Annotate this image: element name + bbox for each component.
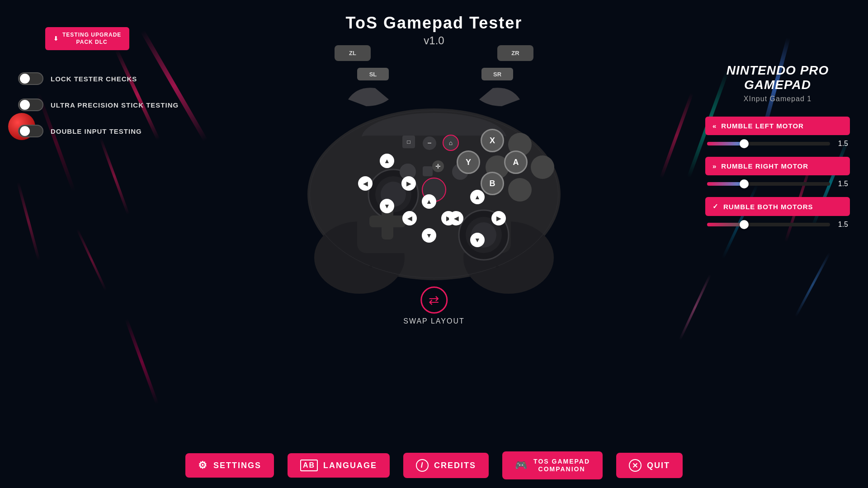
swap-icon: ⇄ — [420, 286, 448, 314]
quit-label: Quit — [647, 461, 670, 470]
rumble-left-icon: « — [712, 122, 717, 130]
settings-icon: ⚙ — [198, 460, 208, 471]
header: ToS Gamepad Tester v1.0 — [346, 14, 523, 47]
lock-tester-label: Lock Tester Checks — [51, 75, 137, 83]
rumble-right-fill — [707, 182, 744, 186]
svg-point-19 — [508, 178, 532, 202]
rumble-left-value: 1.5 — [835, 140, 848, 148]
rumble-left-section: « Rumble Left Motor 1.5 — [705, 117, 850, 148]
rstick-left[interactable]: ◀ — [449, 211, 463, 225]
rumble-right-icon: » — [712, 162, 717, 170]
rstick-down[interactable]: ▼ — [470, 233, 485, 247]
rumble-both-fill — [707, 223, 744, 226]
rumble-left-label: Rumble Left Motor — [721, 122, 804, 130]
lock-tester-toggle[interactable] — [18, 72, 43, 85]
rumble-right-button[interactable]: » Rumble Right Motor — [705, 157, 850, 175]
dpad-left[interactable]: ◀ — [402, 211, 417, 225]
button-zl[interactable]: ZL — [335, 45, 371, 61]
button-screenshot[interactable]: □ — [402, 136, 415, 148]
credits-button[interactable]: i Credits — [403, 453, 489, 478]
controller-visual: ZL ZR SL SR ▲ ▼ ◀ ▶ ▲ ▼ ◀ ▶ ▲ ▼ ◀ ▶ X A … — [289, 45, 579, 298]
toggle-ultra-precision: Ultra Precision Stick Testing — [18, 99, 179, 111]
tos-companion-label: ToS GamepadCompanion — [533, 458, 590, 473]
controller-name-title: Nintendo ProGamepad — [705, 63, 850, 92]
swap-layout-button[interactable]: ⇄ Swap Layout — [403, 286, 465, 325]
dpad-up[interactable]: ▲ — [422, 194, 436, 209]
rstick-right[interactable]: ▶ — [491, 211, 506, 225]
button-sl[interactable]: SL — [357, 68, 389, 80]
rumble-both-label: Rumble Both Motors — [723, 203, 813, 211]
controller-svg — [289, 63, 579, 298]
button-zr[interactable]: ZR — [497, 45, 533, 61]
quit-button[interactable]: ✕ Quit — [616, 453, 683, 478]
settings-label: Settings — [213, 461, 261, 470]
rumble-both-track[interactable] — [707, 223, 830, 226]
button-b[interactable]: B — [481, 172, 504, 195]
button-minus[interactable]: − — [423, 136, 436, 150]
double-input-toggle[interactable] — [18, 125, 43, 137]
rumble-right-track[interactable] — [707, 182, 830, 186]
button-y[interactable]: Y — [457, 150, 480, 174]
rumble-both-slider-row: 1.5 — [705, 221, 850, 229]
rumble-both-button[interactable]: ✓ Rumble Both Motors — [705, 197, 850, 216]
rumble-right-label: Rumble Right Motor — [721, 162, 808, 170]
rumble-both-icon: ✓ — [712, 202, 719, 211]
rumble-left-fill — [707, 142, 744, 145]
language-label: Language — [323, 461, 377, 470]
quit-icon: ✕ — [629, 459, 642, 472]
upgrade-button-label: TESTING UPGRADEPACK DLC — [62, 32, 121, 46]
rumble-right-value: 1.5 — [835, 180, 848, 188]
credits-label: Credits — [434, 461, 476, 470]
controller-name-sub: XInput Gamepad 1 — [705, 95, 850, 103]
download-icon: ⬇ — [53, 35, 59, 42]
lstick-down[interactable]: ▼ — [380, 199, 394, 213]
dpad-down[interactable]: ▼ — [422, 228, 436, 243]
credits-icon: i — [416, 459, 429, 472]
lstick-left[interactable]: ◀ — [358, 176, 373, 191]
double-input-label: Double Input Testing — [51, 127, 142, 135]
svg-point-22 — [369, 265, 372, 268]
svg-rect-13 — [369, 216, 406, 227]
language-button[interactable]: AB Language — [288, 453, 390, 478]
rumble-right-slider-row: 1.5 — [705, 180, 850, 188]
button-home[interactable]: ⌂ — [443, 135, 459, 151]
left-panel: Lock Tester Checks Ultra Precision Stick… — [18, 72, 179, 137]
tos-companion-button[interactable]: 🎮 ToS GamepadCompanion — [502, 451, 603, 479]
ultra-precision-toggle[interactable] — [18, 99, 43, 111]
svg-point-23 — [496, 265, 499, 268]
rumble-left-button[interactable]: « Rumble Left Motor — [705, 117, 850, 135]
swap-label: Swap Layout — [403, 317, 465, 325]
tos-companion-icon: 🎮 — [515, 460, 528, 471]
ultra-precision-label: Ultra Precision Stick Testing — [51, 101, 179, 109]
settings-button[interactable]: ⚙ Settings — [185, 453, 274, 478]
rumble-both-section: ✓ Rumble Both Motors 1.5 — [705, 197, 850, 229]
right-panel: Nintendo ProGamepad XInput Gamepad 1 « R… — [705, 63, 850, 238]
toggle-lock-tester: Lock Tester Checks — [18, 72, 179, 85]
upgrade-button[interactable]: ⬇ TESTING UPGRADEPACK DLC — [45, 27, 129, 50]
button-sr[interactable]: SR — [481, 68, 513, 80]
controller-name-section: Nintendo ProGamepad XInput Gamepad 1 — [705, 63, 850, 103]
lstick-up[interactable]: ▲ — [380, 154, 394, 168]
rumble-left-thumb[interactable] — [740, 139, 749, 148]
rumble-left-slider-row: 1.5 — [705, 140, 850, 148]
rumble-left-track[interactable] — [707, 142, 830, 145]
rumble-right-section: » Rumble Right Motor 1.5 — [705, 157, 850, 188]
app-title: ToS Gamepad Tester — [346, 14, 523, 33]
svg-point-21 — [531, 155, 554, 179]
rumble-right-thumb[interactable] — [740, 179, 749, 188]
rstick-up[interactable]: ▲ — [470, 190, 485, 204]
svg-rect-16 — [423, 166, 433, 176]
button-a[interactable]: A — [504, 150, 528, 174]
toggle-double-input: Double Input Testing — [18, 125, 179, 137]
button-x[interactable]: X — [481, 129, 504, 152]
lstick-right[interactable]: ▶ — [401, 176, 416, 191]
rumble-both-thumb[interactable] — [740, 220, 749, 229]
bottom-bar: ⚙ Settings AB Language i Credits 🎮 ToS G… — [0, 447, 868, 488]
rumble-both-value: 1.5 — [835, 221, 848, 229]
language-icon: AB — [300, 460, 318, 471]
button-dpad-cross[interactable]: ✛ — [432, 160, 444, 172]
